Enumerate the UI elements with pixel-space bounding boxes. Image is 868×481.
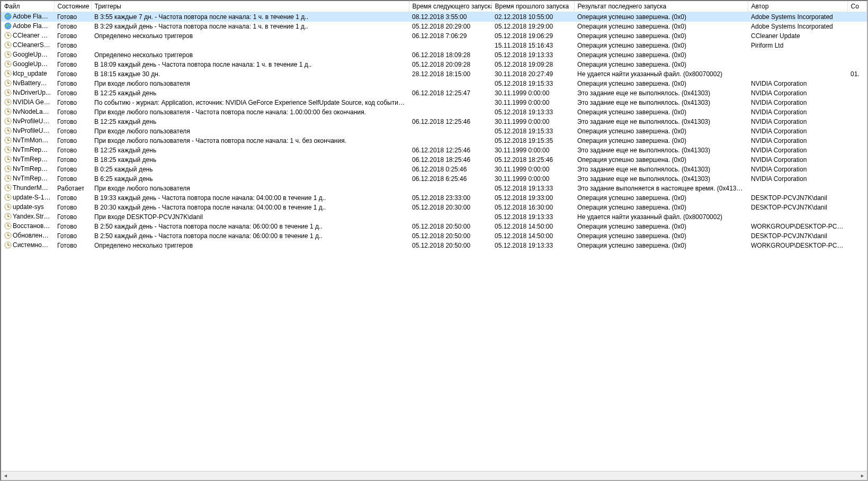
cell-next: 06.12.2018 0:25:46 — [409, 165, 491, 174]
col-header-last[interactable]: Время прошлого запуска — [491, 1, 574, 12]
table-row[interactable]: Adobe Flash...ГотовоВ 3:29 каждый день -… — [1, 22, 867, 31]
table-row[interactable]: update-S-1-...ГотовоВ 19:33 каждый день … — [1, 193, 867, 203]
svg-point-31 — [7, 83, 8, 83]
cell-file: Системное ... — [1, 241, 54, 250]
cell-state: Готово — [54, 107, 91, 117]
cell-triggers: В 18:15 каждые 30 дн. — [91, 69, 409, 79]
cell-state: Готово — [54, 203, 91, 212]
table-row[interactable]: update-sysГотовоВ 20:30 каждый день - Ча… — [1, 203, 867, 212]
cell-result: Операция успешно завершена. (0x0) — [574, 50, 748, 60]
svg-point-6 — [7, 35, 8, 35]
clock-icon — [4, 146, 12, 153]
cell-last: 05.12.2018 19:13:33 — [491, 212, 574, 222]
file-label: NvProfileUp... — [13, 117, 52, 125]
cell-state: Готово — [54, 88, 91, 98]
file-label: NvTmRepCR... — [13, 175, 54, 182]
cell-file: Восстановл... — [1, 222, 54, 231]
scroll-right-arrow-icon[interactable]: ► — [858, 471, 867, 480]
clock-icon — [4, 79, 12, 87]
cell-next: 06.12.2018 12:25:46 — [409, 146, 491, 155]
cell-co — [847, 50, 867, 60]
table-row[interactable]: NvTmRepCR...ГотовоВ 6:25 каждый день06.1… — [1, 174, 867, 184]
col-header-author[interactable]: Автор — [748, 1, 847, 12]
file-label: update-sys — [13, 203, 44, 211]
cell-co — [847, 107, 867, 117]
table-row[interactable]: CCleanerSki...Готово15.11.2018 15:16:43О… — [1, 41, 867, 50]
cell-last: 05.12.2018 19:13:33 — [491, 241, 574, 250]
table-row[interactable]: Yandex.Strok...ГотовоПри входе DESKTOP-P… — [1, 212, 867, 222]
clock-icon — [4, 89, 12, 96]
cell-co — [847, 146, 867, 155]
cell-file: NvProfileUp... — [1, 117, 54, 126]
file-label: Yandex.Strok... — [13, 213, 54, 220]
cell-result: Это задание еще не выполнялось. (0x41303… — [574, 146, 748, 155]
cell-author: DESKTOP-PCVJN7K\danil — [748, 193, 847, 203]
table-row[interactable]: NvProfileUp...ГотовоВ 12:25 каждый день0… — [1, 117, 867, 126]
table-row[interactable]: NvTmRepCR...ГотовоВ 0:25 каждый день06.1… — [1, 165, 867, 174]
table-row[interactable]: Системное ...ГотовоОпределено несколько … — [1, 241, 867, 250]
cell-file: NvTmRepCR... — [1, 155, 54, 165]
file-label: NvProfileUp... — [13, 127, 52, 134]
cell-result: Операция успешно завершена. (0x0) — [574, 155, 748, 165]
cell-result: Это задание выполняется в настоящее врем… — [574, 184, 748, 193]
table-row[interactable]: NvTmMon_{...ГотовоПри входе любого польз… — [1, 136, 867, 146]
table-row[interactable]: GoogleUpda...ГотовоВ 18:09 каждый день -… — [1, 60, 867, 69]
col-header-triggers[interactable]: Триггеры — [91, 1, 409, 12]
cell-co — [847, 12, 867, 22]
file-label: NvTmRep_{... — [13, 146, 52, 153]
table-row[interactable]: NvNodeLau...ГотовоПри входе любого польз… — [1, 107, 867, 117]
col-header-file[interactable]: Файл — [1, 1, 54, 12]
cell-next — [409, 41, 491, 50]
cell-author: Adobe Systems Incorporated — [748, 12, 847, 22]
cell-result: Это задание еще не выполнялось. (0x41303… — [574, 88, 748, 98]
clock-icon — [4, 194, 12, 201]
table-scroll-area[interactable]: Файл Состояние Триггеры Время следующего… — [1, 1, 867, 471]
cell-state: Готово — [54, 31, 91, 41]
table-row[interactable]: NvDriverUp...ГотовоВ 12:25 каждый день06… — [1, 88, 867, 98]
cell-state: Готово — [54, 79, 91, 88]
cell-triggers: В 12:25 каждый день — [91, 146, 409, 155]
cell-result: Это задание еще не выполнялось. (0x41303… — [574, 117, 748, 126]
cell-state: Готово — [54, 146, 91, 155]
scroll-track[interactable] — [10, 471, 858, 480]
col-header-next[interactable]: Время следующего запуска — [409, 1, 491, 12]
cell-next: 05.12.2018 20:30:00 — [409, 203, 491, 212]
clock-icon — [4, 137, 12, 144]
clock-icon — [4, 51, 12, 58]
table-row[interactable]: CCleaner Up...ГотовоОпределено несколько… — [1, 31, 867, 41]
cell-next — [409, 79, 491, 88]
cell-state: Готово — [54, 117, 91, 126]
table-row[interactable]: NvBatteryBo...ГотовоПри входе любого пол… — [1, 79, 867, 88]
cell-author — [748, 212, 847, 222]
table-row[interactable]: Восстановл...ГотовоВ 2:50 каждый день - … — [1, 222, 867, 231]
col-header-co[interactable]: Co — [847, 1, 867, 12]
table-row[interactable]: NVIDIA GeF...ГотовоПо событию - журнал: … — [1, 98, 867, 107]
svg-point-111 — [7, 235, 8, 235]
horizontal-scrollbar[interactable]: ◄ ► — [1, 471, 867, 480]
cell-co — [847, 60, 867, 69]
cell-triggers: При входе любого пользователя - Частота … — [91, 136, 409, 146]
cell-file: NvBatteryBo... — [1, 79, 54, 88]
table-row[interactable]: GoogleUpda...ГотовоОпределено несколько … — [1, 50, 867, 60]
svg-point-0 — [5, 13, 11, 20]
cell-last: 05.12.2018 18:25:46 — [491, 155, 574, 165]
cell-triggers: В 18:09 каждый день - Частота повтора по… — [91, 60, 409, 69]
table-row[interactable]: Обновлени...ГотовоВ 2:50 каждый день - Ч… — [1, 231, 867, 241]
scroll-left-arrow-icon[interactable]: ◄ — [1, 471, 10, 480]
cell-file: NvNodeLau... — [1, 107, 54, 117]
cell-last: 05.12.2018 14:50:00 — [491, 222, 574, 231]
table-row[interactable]: ThunderMas...РаботаетПри входе любого по… — [1, 184, 867, 193]
cell-triggers: При входе любого пользователя — [91, 79, 409, 88]
table-row[interactable]: NvProfileUp...ГотовоПри входе любого пол… — [1, 126, 867, 136]
col-header-result[interactable]: Результат последнего запуска — [574, 1, 748, 12]
cell-file: NvDriverUp... — [1, 88, 54, 98]
table-row[interactable]: NvTmRepCR...ГотовоВ 18:25 каждый день06.… — [1, 155, 867, 165]
cell-last: 05.12.2018 19:09:28 — [491, 60, 574, 69]
cell-result: Операция успешно завершена. (0x0) — [574, 31, 748, 41]
table-row[interactable]: NvTmRep_{...ГотовоВ 12:25 каждый день06.… — [1, 146, 867, 155]
table-row[interactable]: klcp_updateГотовоВ 18:15 каждые 30 дн.28… — [1, 69, 867, 79]
col-header-state[interactable]: Состояние — [54, 1, 91, 12]
cell-author — [748, 60, 847, 69]
cell-file: CCleaner Up... — [1, 31, 54, 41]
table-row[interactable]: Adobe Flash...ГотовоВ 3:55 каждые 7 дн. … — [1, 12, 867, 22]
